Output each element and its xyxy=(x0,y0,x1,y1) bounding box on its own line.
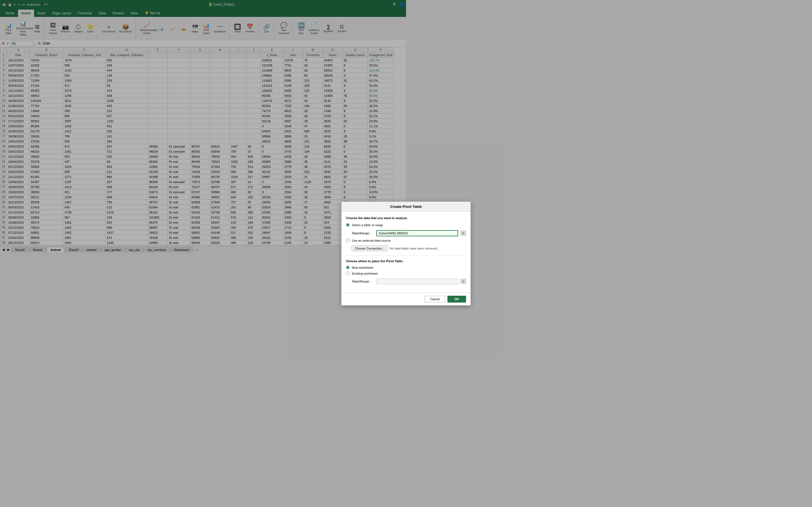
modal-title: Create Pivot Table xyxy=(342,202,406,212)
radio-external-label: Use an external data source xyxy=(352,239,391,242)
modal-overlay: Create Pivot Table Choose the data that … xyxy=(0,0,406,253)
radio-item-external[interactable]: Use an external data source xyxy=(346,238,406,242)
choose-connection-button[interactable]: Choose Connection... xyxy=(352,245,388,251)
radio-select-table-label: Select a table or range xyxy=(352,223,383,227)
radio-item-table-range[interactable]: Select a table or range xyxy=(346,223,406,227)
table-range-input[interactable] xyxy=(376,230,406,236)
modal-section1-title: Choose the data that you want to analyse… xyxy=(346,216,406,220)
create-pivot-table-modal: Create Pivot Table Choose the data that … xyxy=(341,202,406,253)
radio-external-source[interactable] xyxy=(346,238,350,242)
external-source-row: Choose Connection... No data fields have… xyxy=(352,245,406,251)
table-range-label: Table/Range: xyxy=(352,231,374,235)
modal-body: Choose the data that you want to analyse… xyxy=(342,212,406,253)
no-data-text: No data fields have been retrieved. xyxy=(390,247,406,250)
modal-radio-group-1: Select a table or range Table/Range: ⊡ U… xyxy=(346,223,406,251)
radio-select-table[interactable] xyxy=(346,223,350,227)
table-range-row: Table/Range: ⊡ xyxy=(352,230,406,236)
